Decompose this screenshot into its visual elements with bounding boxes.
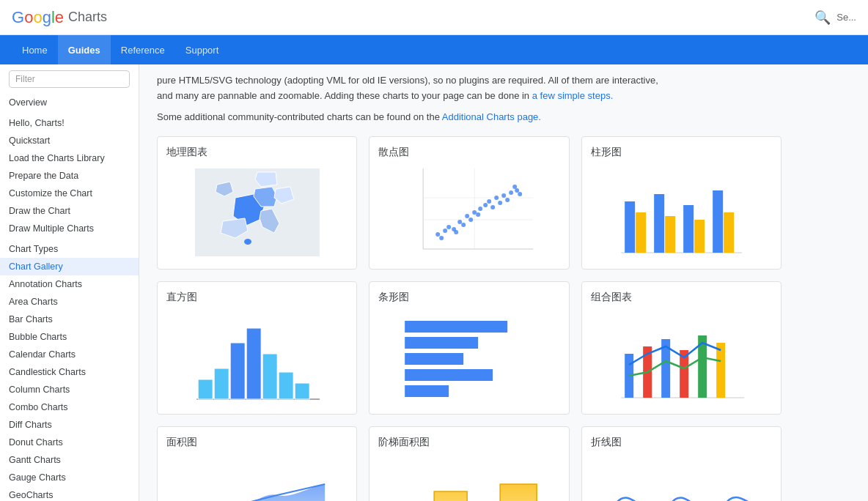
gallery-card-geo[interactable]: 地理图表: [157, 136, 357, 270]
sidebar-item-customize[interactable]: Customize the Chart: [0, 185, 139, 202]
gallery-card-bar[interactable]: 条形图: [369, 281, 569, 415]
sidebar-item-donut[interactable]: Donut Charts: [0, 434, 139, 451]
svg-point-17: [483, 203, 488, 207]
logo: Google Charts: [12, 8, 107, 27]
gallery-card-column[interactable]: 柱形图: [581, 136, 781, 270]
svg-point-26: [439, 236, 444, 240]
google-logo: Google: [12, 8, 64, 27]
sidebar-item-diff[interactable]: Diff Charts: [0, 416, 139, 434]
svg-point-7: [435, 232, 440, 237]
svg-rect-52: [405, 385, 449, 397]
sidebar-item-quickstart[interactable]: Quickstart: [0, 132, 139, 149]
svg-point-20: [494, 196, 499, 200]
svg-rect-48: [405, 321, 507, 333]
gallery-card-scatter[interactable]: 散点图: [369, 136, 569, 270]
sidebar-item-annotation[interactable]: Annotation Charts: [0, 275, 139, 293]
sidebar-item-gauge[interactable]: Gauge Charts: [0, 469, 139, 486]
nav-home[interactable]: Home: [12, 35, 58, 64]
filter-input[interactable]: [9, 70, 130, 88]
card-title-bar: 条形图: [378, 291, 559, 304]
sidebar-item-load[interactable]: Load the Charts Library: [0, 149, 139, 167]
sidebar-item-candlestick[interactable]: Candlestick Charts: [0, 363, 139, 381]
card-title-area: 面积图: [166, 436, 347, 449]
nav-guides[interactable]: Guides: [58, 35, 111, 64]
svg-rect-41: [198, 379, 213, 399]
svg-rect-46: [279, 372, 293, 399]
intro-line2: and many are pannable and zoomable. Addi…: [157, 89, 781, 104]
gallery-card-area[interactable]: 面积图: [157, 426, 357, 501]
nav-reference[interactable]: Reference: [111, 35, 175, 64]
sidebar-item-hello[interactable]: Hello, Charts!: [0, 114, 139, 132]
gallery-card-histogram[interactable]: 直方图: [157, 281, 357, 415]
svg-point-22: [505, 198, 510, 202]
svg-point-29: [498, 201, 502, 205]
geo-svg: [195, 168, 320, 256]
histogram-chart: [166, 310, 347, 405]
card-title-scatter: 散点图: [378, 146, 559, 159]
main-layout: Overview Hello, Charts! Quickstart Load …: [0, 64, 868, 501]
sidebar-item-overview[interactable]: Overview: [0, 94, 139, 111]
svg-rect-51: [405, 369, 493, 381]
sidebar-item-calendar[interactable]: Calendar Charts: [0, 346, 139, 363]
nav-support[interactable]: Support: [175, 35, 229, 64]
combo-svg: [591, 317, 772, 405]
svg-point-18: [487, 199, 491, 204]
sidebar-item-column[interactable]: Column Charts: [0, 381, 139, 398]
sidebar-item-chart-gallery[interactable]: Chart Gallery: [0, 258, 139, 275]
svg-rect-35: [665, 216, 675, 253]
sidebar-item-chart-types[interactable]: Chart Types: [0, 240, 139, 258]
sidebar-item-bar[interactable]: Bar Charts: [0, 311, 139, 328]
gallery-grid: 地理图表: [157, 136, 781, 501]
svg-point-12: [461, 223, 466, 227]
area-chart: [166, 455, 347, 501]
gallery-card-combo[interactable]: 组合图表: [581, 281, 781, 415]
sidebar-item-geo[interactable]: GeoCharts: [0, 486, 139, 501]
svg-point-30: [512, 185, 517, 189]
sidebar-item-draw[interactable]: Draw the Chart: [0, 202, 139, 220]
svg-rect-32: [625, 201, 635, 253]
svg-rect-36: [683, 205, 694, 253]
additional-charts-link[interactable]: Additional Charts page.: [442, 111, 541, 122]
line-svg: [591, 462, 772, 501]
sidebar-section-0: Overview: [0, 94, 139, 111]
bar-svg: [378, 313, 559, 401]
content-area: pure HTML5/SVG technology (adopting VML …: [139, 64, 868, 501]
card-title-line: 折线图: [591, 436, 772, 449]
svg-point-8: [443, 229, 447, 233]
sidebar-item-gantt[interactable]: Gantt Charts: [0, 451, 139, 469]
svg-rect-45: [262, 354, 277, 399]
svg-rect-47: [295, 383, 309, 399]
sidebar-section-2: Chart Types Chart Gallery Annotation Cha…: [0, 240, 139, 501]
svg-point-19: [490, 205, 495, 209]
bar-chart: [378, 310, 559, 405]
svg-rect-42: [214, 368, 229, 399]
svg-point-13: [465, 214, 469, 218]
svg-rect-50: [405, 353, 463, 365]
intro-line1: pure HTML5/SVG technology (adopting VML …: [157, 73, 781, 89]
card-title-combo: 组合图表: [591, 291, 772, 304]
content-inner: pure HTML5/SVG technology (adopting VML …: [139, 64, 799, 501]
gallery-card-steparea[interactable]: 阶梯面积图: [369, 426, 569, 501]
sidebar-item-combo[interactable]: Combo Charts: [0, 398, 139, 416]
svg-rect-39: [724, 212, 734, 253]
steparea-svg: [378, 462, 559, 501]
sidebar-item-bubble[interactable]: Bubble Charts: [0, 328, 139, 346]
sidebar-item-draw-multiple[interactable]: Draw Multiple Charts: [0, 220, 139, 237]
card-title-histogram: 直方图: [166, 291, 347, 304]
search-button[interactable]: 🔍 Se...: [814, 10, 856, 26]
intro-text: pure HTML5/SVG technology (adopting VML …: [157, 64, 781, 136]
svg-rect-43: [230, 343, 245, 399]
scatter-chart: [378, 165, 559, 260]
simple-steps-link[interactable]: a few simple steps.: [532, 90, 614, 101]
combo-chart: [591, 310, 772, 405]
svg-point-15: [472, 210, 477, 215]
gallery-card-line[interactable]: 折线图: [581, 426, 781, 501]
scatter-svg: [378, 165, 559, 260]
svg-rect-33: [636, 212, 646, 253]
area-svg: [166, 462, 347, 501]
search-icon: 🔍: [814, 10, 831, 26]
sidebar-item-area[interactable]: Area Charts: [0, 293, 139, 311]
top-bar: Google Charts 🔍 Se...: [0, 0, 868, 35]
svg-point-14: [468, 218, 473, 222]
sidebar-item-prepare[interactable]: Prepare the Data: [0, 167, 139, 185]
